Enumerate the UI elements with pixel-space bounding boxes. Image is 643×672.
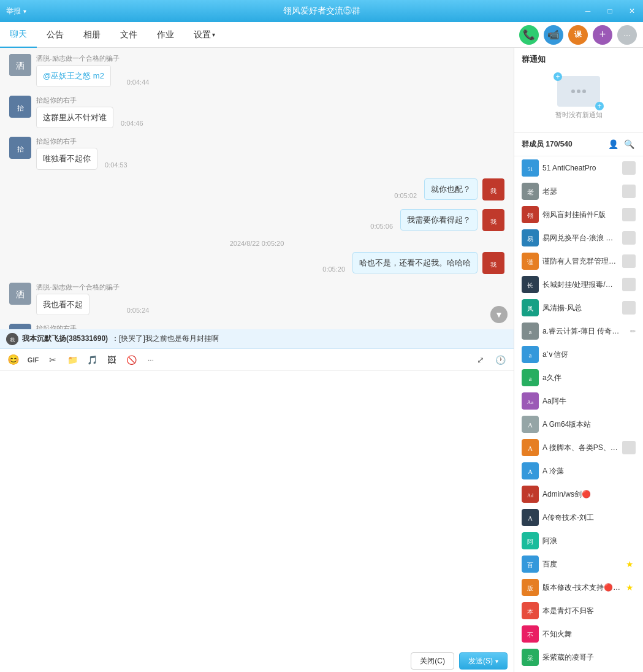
- search-member-button[interactable]: 🔍: [622, 137, 636, 151]
- video-call-button[interactable]: 📹: [544, 25, 563, 45]
- add-member-button[interactable]: 👤: [606, 137, 620, 151]
- music-button[interactable]: 🎵: [83, 351, 101, 368]
- member-item[interactable]: a a.睿云计算-薄日 传奇业务 ✏: [514, 319, 643, 343]
- image-button[interactable]: 🖼: [103, 351, 120, 368]
- message-time: 0:05:20: [322, 265, 345, 273]
- member-name: 易网兑换平台-浪浪 高素: [542, 233, 618, 243]
- member-item[interactable]: 版 版本修改-技术支持🔴 阿… ★: [514, 576, 643, 599]
- member-item[interactable]: A A传奇技术-刘工: [514, 506, 643, 529]
- expand-input-button[interactable]: ⤢: [472, 351, 489, 368]
- nav-settings[interactable]: 设置 ▾: [184, 22, 225, 48]
- history-button[interactable]: 🕐: [492, 351, 509, 368]
- member-name: a.睿云计算-薄日 传奇业务: [542, 326, 626, 337]
- member-item[interactable]: 长 长城封挂/处理报毒/服务…: [514, 273, 643, 296]
- class-button[interactable]: 课: [568, 25, 588, 45]
- member-item[interactable]: Ad Admin/ws剑🔴: [514, 483, 643, 506]
- svg-text:凤: 凤: [527, 305, 533, 312]
- member-avatar: 版: [522, 579, 539, 596]
- message-row: 我 哈也不是，还看不起我。哈哈哈 0:05:20: [9, 252, 504, 274]
- avatar: 抬: [9, 324, 31, 329]
- nav-files[interactable]: 文件: [110, 22, 147, 48]
- member-item[interactable]: 崔 崔龙网络: [514, 669, 643, 672]
- member-item[interactable]: A A 冷藻: [514, 459, 643, 483]
- members-header: 群成员 170/540 👤 🔍: [514, 132, 643, 156]
- svg-text:我: 我: [490, 188, 497, 194]
- member-avatar: A: [522, 416, 539, 433]
- message-row: 抬 抬起你的右手 就你这个逼样你妈生你出来你还不忘回头看几眼 0:05:34: [9, 324, 504, 329]
- message-bubble: 这群里从不针对谁: [36, 107, 113, 129]
- member-item[interactable]: a a'∨信伢: [514, 343, 643, 366]
- member-name: 本是青灯不归客: [542, 606, 636, 616]
- notification-avatar: 我: [6, 333, 18, 345]
- scissors-button[interactable]: ✂: [44, 351, 61, 368]
- message-bubble: 哈也不是，还看不起我。哈哈哈: [352, 252, 477, 274]
- send-button[interactable]: 发送(S) ▾: [459, 652, 508, 670]
- member-item[interactable]: 翎 翎风盲封挂插件F版: [514, 203, 643, 226]
- svg-text:易: 易: [527, 235, 533, 242]
- messages-container[interactable]: 洒 洒脱-励志做一个合格的骗子 @巫妖王之怒 m2 0:04:44 抬 抬起你的…: [0, 48, 514, 329]
- member-item[interactable]: A A Gm64版本站: [514, 413, 643, 436]
- member-item[interactable]: 采 采紫葳的凌哥子: [514, 646, 643, 669]
- member-name: 阿浪: [542, 536, 636, 546]
- sender-name: 抬起你的右手: [36, 96, 113, 105]
- message-time: 0:04:53: [105, 161, 127, 169]
- sender-name: 抬起你的右手: [36, 137, 97, 146]
- svg-text:版: 版: [527, 585, 533, 592]
- main-layout: 洒 洒脱-励志做一个合格的骗子 @巫妖王之怒 m2 0:04:44 抬 抬起你的…: [0, 48, 643, 672]
- member-avatar: 翎: [522, 206, 539, 223]
- member-item[interactable]: 谨 谨防有人冒充群管理骗钱: [514, 250, 643, 273]
- right-sidebar: 群通知 + + 暂时没有新通知 群成员 170/540 👤 �: [514, 48, 643, 672]
- group-members[interactable]: 群成员 170/540 👤 🔍 51 51 AntiCheatPro 老 老瑟 …: [514, 132, 643, 672]
- nav-album[interactable]: 相册: [74, 22, 110, 48]
- emoji-button[interactable]: 😊: [5, 351, 22, 368]
- member-item[interactable]: 不 不知火舞: [514, 622, 643, 646]
- message-input[interactable]: [0, 371, 514, 650]
- nav-homework[interactable]: 作业: [147, 22, 184, 48]
- member-item[interactable]: 易 易网兑换平台-浪浪 高素: [514, 226, 643, 250]
- restore-button[interactable]: □: [599, 0, 621, 22]
- gif-button[interactable]: GIF: [25, 351, 42, 368]
- close-button[interactable]: 关闭(C): [411, 652, 454, 670]
- member-item[interactable]: 本 本是青灯不归客: [514, 599, 643, 622]
- member-item[interactable]: a a久伴: [514, 366, 643, 389]
- avatar: 抬: [9, 137, 31, 159]
- message-bubble: 唯独看不起你: [36, 148, 97, 170]
- member-item[interactable]: 51 51 AntiCheatPro: [514, 156, 643, 180]
- send-arrow[interactable]: ▾: [495, 658, 498, 665]
- more-tools-button[interactable]: ···: [142, 351, 159, 368]
- member-avatar: a: [522, 323, 539, 340]
- member-item[interactable]: A A 接脚本、各类PS、UI、网…: [514, 436, 643, 459]
- member-avatar: 谨: [522, 253, 539, 270]
- scroll-to-bottom-button[interactable]: ▼: [490, 306, 508, 323]
- member-name: A 冷藻: [542, 466, 636, 476]
- nav-chat[interactable]: 聊天: [0, 22, 37, 48]
- member-item[interactable]: Aa Aa阿牛: [514, 389, 643, 413]
- member-item[interactable]: 百 百度 ★: [514, 552, 643, 576]
- svg-text:抬: 抬: [17, 104, 24, 112]
- member-avatar: A: [522, 439, 539, 456]
- forbidden-button[interactable]: 🚫: [123, 351, 140, 368]
- minimize-button[interactable]: ─: [577, 0, 599, 22]
- voice-call-button[interactable]: 📞: [519, 25, 539, 45]
- nav-announcement[interactable]: 公告: [37, 22, 74, 48]
- notice-plus-bottom: +: [595, 102, 604, 110]
- svg-text:翎: 翎: [527, 212, 533, 219]
- add-button[interactable]: +: [593, 25, 612, 45]
- close-button[interactable]: ✕: [621, 0, 643, 22]
- member-item[interactable]: 凤 凤清揚-风总: [514, 296, 643, 319]
- report-chevron[interactable]: ▾: [23, 8, 26, 15]
- folder-button[interactable]: 📁: [64, 351, 81, 368]
- svg-text:A: A: [528, 445, 533, 452]
- message-content: 抬起你的右手 这群里从不针对谁: [36, 96, 113, 129]
- member-avatar: 易: [522, 229, 539, 246]
- member-name: A 接脚本、各类PS、UI、网…: [542, 443, 618, 453]
- member-name: 不知火舞: [542, 629, 636, 640]
- svg-text:Aa: Aa: [527, 399, 534, 405]
- report-button[interactable]: 举报: [6, 6, 21, 17]
- svg-text:谨: 谨: [527, 259, 533, 265]
- edit-icon[interactable]: ✏: [630, 327, 636, 335]
- member-item[interactable]: 阿 阿浪: [514, 529, 643, 552]
- svg-text:我: 我: [10, 337, 15, 343]
- more-button[interactable]: ···: [617, 25, 637, 45]
- member-item[interactable]: 老 老瑟: [514, 180, 643, 203]
